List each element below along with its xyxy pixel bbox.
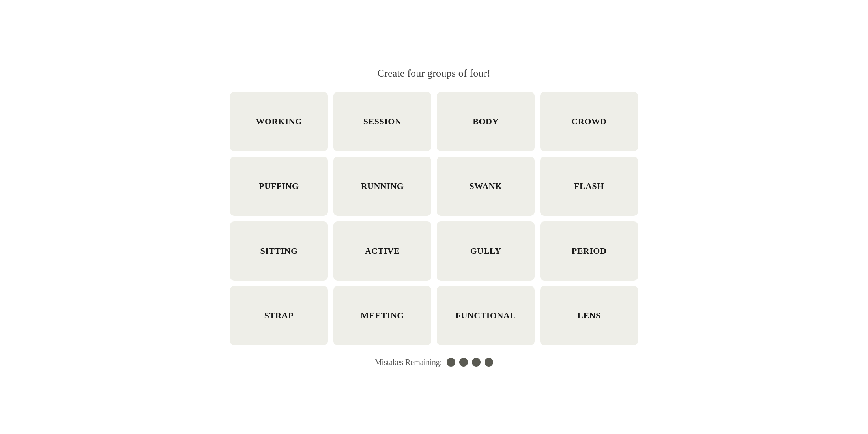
tile-swank[interactable]: SWANK xyxy=(437,157,535,216)
tile-grid: WORKINGSESSIONBODYCROWDPUFFINGRUNNINGSWA… xyxy=(230,92,638,345)
mistakes-dots xyxy=(447,358,493,367)
tile-active[interactable]: ACTIVE xyxy=(333,221,431,281)
tile-body[interactable]: BODY xyxy=(437,92,535,151)
tile-puffing[interactable]: PUFFING xyxy=(230,157,328,216)
tile-working[interactable]: WORKING xyxy=(230,92,328,151)
tile-label-functional: FUNCTIONAL xyxy=(456,311,516,321)
tile-label-period: PERIOD xyxy=(572,246,607,256)
tile-functional[interactable]: FUNCTIONAL xyxy=(437,286,535,345)
tile-label-working: WORKING xyxy=(256,116,302,127)
tile-label-body: BODY xyxy=(473,116,499,127)
tile-label-lens: LENS xyxy=(577,311,600,321)
mistake-dot-2 xyxy=(459,358,468,367)
mistakes-label: Mistakes Remaining: xyxy=(375,358,442,367)
game-container: Create four groups of four! WORKINGSESSI… xyxy=(217,67,651,367)
tile-label-puffing: PUFFING xyxy=(259,181,299,191)
tile-session[interactable]: SESSION xyxy=(333,92,431,151)
mistake-dot-4 xyxy=(485,358,493,367)
tile-gully[interactable]: GULLY xyxy=(437,221,535,281)
tile-flash[interactable]: FLASH xyxy=(540,157,638,216)
tile-label-gully: GULLY xyxy=(470,246,501,256)
tile-label-strap: STRAP xyxy=(264,311,294,321)
tile-label-session: SESSION xyxy=(363,116,401,127)
tile-label-running: RUNNING xyxy=(361,181,404,191)
tile-lens[interactable]: LENS xyxy=(540,286,638,345)
tile-meeting[interactable]: MEETING xyxy=(333,286,431,345)
tile-crowd[interactable]: CROWD xyxy=(540,92,638,151)
mistakes-area: Mistakes Remaining: xyxy=(375,358,494,367)
tile-running[interactable]: RUNNING xyxy=(333,157,431,216)
tile-label-active: ACTIVE xyxy=(365,246,400,256)
subtitle: Create four groups of four! xyxy=(378,67,491,79)
mistake-dot-1 xyxy=(447,358,455,367)
tile-sitting[interactable]: SITTING xyxy=(230,221,328,281)
tile-label-meeting: MEETING xyxy=(361,311,404,321)
tile-label-swank: SWANK xyxy=(469,181,502,191)
tile-label-crowd: CROWD xyxy=(571,116,606,127)
mistake-dot-3 xyxy=(472,358,481,367)
tile-period[interactable]: PERIOD xyxy=(540,221,638,281)
tile-label-flash: FLASH xyxy=(574,181,604,191)
tile-label-sitting: SITTING xyxy=(260,246,297,256)
tile-strap[interactable]: STRAP xyxy=(230,286,328,345)
